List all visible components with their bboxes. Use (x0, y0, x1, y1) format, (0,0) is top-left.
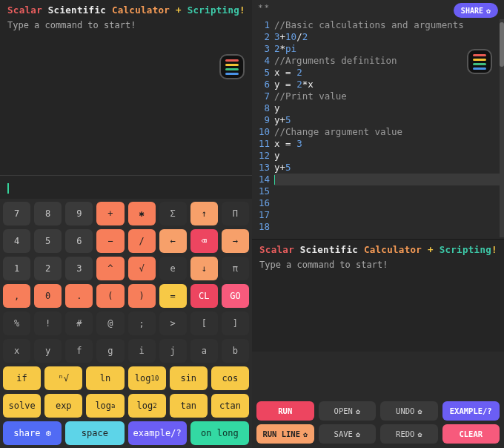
key-[interactable]: √ (128, 257, 156, 280)
key-log[interactable]: loga (86, 394, 124, 418)
key-ln[interactable]: ln (86, 366, 124, 390)
key-[interactable]: ← (159, 229, 187, 253)
button-label: CLEAR (459, 429, 483, 438)
key-b[interactable]: b (222, 339, 249, 363)
key-1[interactable]: 1 (3, 257, 30, 280)
menu-icon[interactable] (467, 49, 492, 74)
key-8[interactable]: 8 (34, 202, 62, 225)
code-line[interactable]: y = 2*x (274, 79, 504, 90)
code-line[interactable]: 3+10/2 (274, 31, 504, 43)
code-line[interactable]: y+5 (274, 162, 504, 174)
key-2[interactable]: 2 (34, 257, 62, 280)
key-[interactable]: [ (190, 312, 218, 335)
key-share[interactable]: share ⚙ (3, 421, 62, 445)
key-3[interactable]: 3 (65, 257, 93, 280)
key-y[interactable]: y (34, 339, 62, 363)
key-0[interactable]: 0 (34, 284, 62, 308)
line-number: 6 (252, 79, 270, 90)
key-7[interactable]: 7 (3, 202, 30, 225)
key-log[interactable]: log10 (128, 366, 166, 390)
key-9[interactable]: 9 (65, 202, 93, 225)
key-[interactable]: ⌫ (190, 229, 218, 253)
key-[interactable]: − (96, 229, 124, 253)
key-[interactable]: + (96, 202, 124, 225)
code-line[interactable] (274, 174, 504, 185)
key-tan[interactable]: tan (170, 394, 208, 418)
key-[interactable]: % (3, 312, 30, 335)
key-cl[interactable]: CL (190, 284, 218, 308)
key-x[interactable]: x (3, 339, 30, 363)
code-line[interactable]: //Change argument value (274, 126, 504, 138)
key-onlong[interactable]: on long (190, 421, 249, 445)
code-token: y (274, 150, 280, 161)
code-token: x (274, 138, 285, 149)
code-line[interactable]: //Basic calculations and arguments (274, 19, 504, 31)
key-[interactable]: ] (222, 312, 249, 335)
key-exp[interactable]: exp (44, 394, 82, 418)
open--button[interactable]: OPEN✿ (319, 401, 377, 421)
key-[interactable]: Σ (159, 202, 187, 225)
key-j[interactable]: j (159, 339, 187, 363)
editor-scrollbar[interactable] (500, 19, 504, 237)
key-solve[interactable]: solve (3, 394, 41, 418)
key-[interactable]: ↑ (190, 202, 218, 225)
code-editor[interactable]: 123456789101112131415161718 //Basic calc… (252, 19, 504, 239)
key-e[interactable]: e (159, 257, 187, 280)
undo--button[interactable]: UNDO✿ (380, 401, 438, 421)
key-6[interactable]: 6 (65, 229, 93, 253)
key-[interactable]: ; (128, 312, 156, 335)
menu-icon[interactable] (219, 54, 245, 79)
code-token: 3 (274, 31, 280, 42)
key-ctan[interactable]: ctan (211, 394, 249, 418)
key-[interactable]: ( (96, 284, 124, 308)
key-a[interactable]: a (190, 339, 218, 363)
key-[interactable]: # (65, 312, 93, 335)
key-[interactable]: / (128, 229, 156, 253)
key-[interactable]: = (159, 284, 187, 308)
example--button[interactable]: EXAMPLE/? (442, 401, 500, 421)
key-[interactable]: Π (222, 202, 249, 225)
key-log[interactable]: log2 (128, 394, 166, 418)
key-go[interactable]: GO (222, 284, 249, 308)
scrollbar-thumb[interactable] (500, 22, 504, 67)
key-[interactable]: ⁿ√ (44, 366, 82, 390)
key-[interactable]: ^ (96, 257, 124, 280)
key-g[interactable]: g (96, 339, 124, 363)
key-example[interactable]: example/? (128, 421, 187, 445)
key-[interactable]: ✱ (128, 202, 156, 225)
key-if[interactable]: if (3, 366, 41, 390)
button-label: REDO (396, 429, 414, 438)
share-button[interactable]: SHARE ✿ (454, 3, 498, 18)
key-[interactable]: @ (96, 312, 124, 335)
run-line--button[interactable]: RUN LINE✿ (256, 424, 314, 444)
editor-pane: ** SHARE ✿ 123456789101112131415161718 /… (252, 0, 504, 448)
save--button[interactable]: SAVE✿ (319, 424, 377, 444)
code-line[interactable]: //Print value (274, 90, 504, 102)
key-5[interactable]: 5 (34, 229, 62, 253)
key-i[interactable]: i (128, 339, 156, 363)
key-[interactable]: . (65, 284, 93, 308)
key-cos[interactable]: cos (211, 366, 249, 390)
key-sin[interactable]: sin (170, 366, 208, 390)
code-line[interactable]: y (274, 150, 504, 162)
key-space[interactable]: space (65, 421, 124, 445)
code-line[interactable]: y+5 (274, 114, 504, 126)
key-[interactable]: ! (34, 312, 62, 335)
run-button[interactable]: RUN (256, 401, 314, 421)
code-token: 10 (285, 31, 296, 42)
key-[interactable]: > (159, 312, 187, 335)
command-input[interactable] (0, 175, 252, 199)
key-[interactable]: ) (128, 284, 156, 308)
code-line[interactable]: x = 3 (274, 138, 504, 150)
clear-button[interactable]: CLEAR (442, 424, 500, 444)
key-f[interactable]: f (65, 339, 93, 363)
button-label: EXAMPLE/? (450, 406, 492, 415)
key-[interactable]: ↓ (190, 257, 218, 280)
code-line[interactable]: y (274, 102, 504, 114)
key-[interactable]: , (3, 284, 30, 308)
key-[interactable]: π (222, 257, 249, 280)
redo--button[interactable]: REDO✿ (380, 424, 438, 444)
key-[interactable]: → (222, 229, 249, 253)
code-token: 5 (285, 114, 291, 125)
key-4[interactable]: 4 (3, 229, 30, 253)
